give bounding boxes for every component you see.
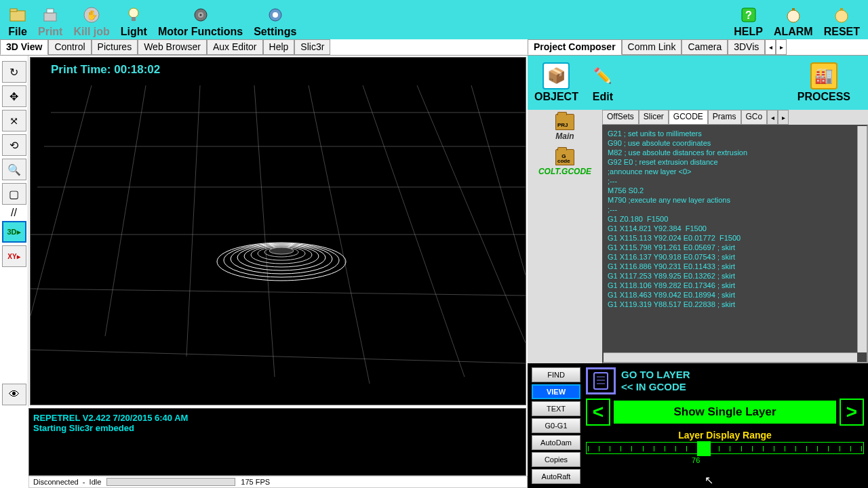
- layer-btn-view[interactable]: VIEW: [532, 384, 580, 399]
- gcode-text: G21 ; set units to millimeters G90 ; use…: [604, 126, 867, 312]
- tab-aux-editor[interactable]: Aux Editor: [207, 39, 263, 55]
- layer-btn-g0-g1[interactable]: G0-G1: [532, 418, 580, 433]
- refresh-tool[interactable]: ↻: [2, 61, 26, 83]
- bulb-icon: [124, 5, 143, 24]
- process-button[interactable]: 🏭 PROCESS: [797, 62, 850, 103]
- file-menu[interactable]: File: [3, 4, 33, 39]
- subtab-scroll-left[interactable]: ◂: [767, 110, 778, 125]
- folder-icon: PRJ: [555, 114, 574, 130]
- svg-line-19: [31, 85, 92, 316]
- subtab-gco[interactable]: GCo: [741, 110, 768, 125]
- print-icon: [41, 5, 60, 24]
- object-button[interactable]: 📦 OBJECT: [534, 62, 578, 103]
- tab-scroll-left[interactable]: ◂: [765, 39, 776, 55]
- tree-main[interactable]: PRJ Main: [532, 114, 598, 141]
- tab-web-browser[interactable]: Web Browser: [138, 39, 207, 55]
- folder-icon: [8, 5, 27, 24]
- tab-help[interactable]: Help: [263, 39, 295, 55]
- svg-line-31: [31, 289, 526, 296]
- svg-rect-3: [47, 9, 54, 13]
- svg-rect-16: [792, 8, 795, 10]
- xy-view-tool[interactable]: XY▸: [2, 245, 26, 267]
- settings-button[interactable]: Settings: [248, 4, 302, 39]
- svg-line-25: [417, 85, 526, 343]
- pan-tool[interactable]: ⤧: [2, 110, 26, 131]
- tab-control[interactable]: Control: [48, 39, 91, 55]
- tab-comm-link[interactable]: Comm Link: [622, 39, 682, 55]
- pencil-icon: ✏️: [589, 62, 616, 89]
- svg-rect-7: [132, 17, 136, 21]
- svg-rect-42: [594, 373, 608, 389]
- status-bar: Disconnected - Idle 175 FPS: [28, 476, 528, 488]
- alarm-button[interactable]: ALARM: [768, 4, 818, 39]
- light-button[interactable]: Light: [115, 4, 153, 39]
- print-button[interactable]: Print: [33, 4, 68, 39]
- edit-button[interactable]: ✏️ Edit: [589, 62, 616, 103]
- range-label: Layer Display Range: [586, 430, 864, 441]
- layer-button-column: FINDVIEWTEXTG0-G1AutoDamCopiesAutoRaft: [532, 367, 580, 484]
- show-single-layer-button[interactable]: Show Single Layer: [613, 400, 837, 424]
- motor-functions-button[interactable]: Motor Functions: [153, 4, 248, 39]
- console-output: REPETREL V2.422 7/20/2015 6:40 AM Starti…: [28, 408, 526, 476]
- subtab-scroll-right[interactable]: ▸: [778, 110, 789, 125]
- vertical-scrollbar[interactable]: [857, 126, 867, 352]
- layer-btn-find[interactable]: FIND: [532, 367, 580, 382]
- gcode-viewer[interactable]: G21 ; set units to millimeters G90 ; use…: [602, 125, 868, 363]
- layer-btn-autoraft[interactable]: AutoRaft: [532, 469, 580, 484]
- subtab-offsets[interactable]: OffSets: [602, 110, 639, 125]
- slider-thumb[interactable]: [697, 441, 711, 456]
- prev-layer-button[interactable]: <: [586, 399, 610, 426]
- document-icon: [586, 367, 616, 394]
- layer-controls-panel: FINDVIEWTEXTG0-G1AutoDamCopiesAutoRaft G…: [528, 363, 868, 488]
- visibility-tool[interactable]: 👁: [2, 384, 26, 405]
- kill-job-button[interactable]: ✋ Kill job: [68, 4, 115, 39]
- tab-3dvis[interactable]: 3DVis: [728, 39, 765, 55]
- layer-btn-text[interactable]: TEXT: [532, 401, 580, 416]
- svg-point-6: [129, 8, 138, 18]
- subtab-slicer[interactable]: Slicer: [639, 110, 669, 125]
- svg-line-24: [363, 85, 465, 377]
- separator: //: [2, 207, 26, 218]
- svg-rect-0: [10, 11, 25, 21]
- svg-line-20: [105, 85, 146, 336]
- goto-layer-button[interactable]: GO TO LAYER << IN GCODE: [586, 367, 864, 394]
- svg-line-26: [471, 85, 526, 275]
- box-tool[interactable]: ▢: [2, 183, 26, 205]
- svg-rect-1: [10, 9, 17, 12]
- gear-icon: [266, 5, 285, 24]
- horizontal-scrollbar[interactable]: [604, 352, 857, 362]
- tab-scroll-right[interactable]: ▸: [776, 39, 787, 55]
- tree-gcode-file[interactable]: G code COLT.GCODE: [532, 149, 598, 176]
- folder-icon: G code: [555, 149, 574, 165]
- reset-button[interactable]: RESET: [818, 4, 865, 39]
- subtab-gcode[interactable]: GCODE: [669, 110, 708, 125]
- tab-pictures[interactable]: Pictures: [92, 39, 138, 55]
- next-layer-button[interactable]: >: [840, 399, 864, 426]
- 3d-viewport[interactable]: Print Time: 00:18:02: [30, 57, 526, 405]
- svg-point-12: [273, 12, 278, 18]
- subtab-prams[interactable]: Prams: [708, 110, 741, 125]
- tab-camera[interactable]: Camera: [682, 39, 728, 55]
- factory-icon: 🏭: [810, 62, 837, 89]
- svg-point-15: [787, 10, 800, 22]
- svg-text:?: ?: [745, 9, 752, 21]
- zoom-tool[interactable]: 🔍: [2, 159, 26, 180]
- move-tool[interactable]: ✥: [2, 85, 26, 107]
- svg-point-17: [835, 10, 848, 22]
- layer-range-slider[interactable]: 76: [586, 442, 864, 454]
- layer-btn-copies[interactable]: Copies: [532, 452, 580, 467]
- alarm-icon: [784, 5, 803, 24]
- layer-btn-autodam[interactable]: AutoDam: [532, 435, 580, 450]
- tab-project-composer[interactable]: Project Composer: [528, 39, 622, 55]
- help-button[interactable]: ? HELP: [728, 4, 768, 39]
- svg-line-21: [186, 85, 200, 357]
- composer-toolbar: 📦 OBJECT ✏️ Edit 🏭 PROCESS: [528, 56, 868, 110]
- progress-bar: [106, 478, 235, 486]
- svg-point-10: [199, 14, 201, 16]
- tab-slic3r[interactable]: Slic3r: [294, 39, 330, 55]
- composer-sub-tabs: OffSets Slicer GCODE Prams GCo ◂ ▸: [602, 110, 868, 125]
- rotate-tool[interactable]: ⟲: [2, 134, 26, 156]
- tab-3d-view[interactable]: 3D View: [0, 39, 48, 55]
- grid-overlay: [31, 58, 526, 405]
- 3d-view-tool[interactable]: 3D▸: [2, 221, 26, 243]
